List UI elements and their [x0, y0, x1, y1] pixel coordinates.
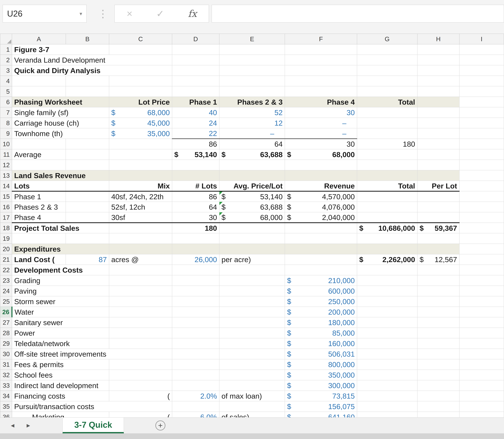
- cell-A22[interactable]: Development Costs: [12, 265, 109, 275]
- cell[interactable]: [357, 401, 417, 412]
- cell-G18[interactable]: $10,686,000: [357, 223, 417, 233]
- cell[interactable]: [12, 233, 66, 244]
- cell[interactable]: [417, 401, 459, 412]
- row-header-26[interactable]: 26: [0, 307, 12, 317]
- cell[interactable]: [66, 76, 109, 86]
- cell[interactable]: [109, 223, 172, 233]
- cell[interactable]: [357, 55, 417, 65]
- cell-F30[interactable]: $506,031: [285, 349, 357, 359]
- horizontal-scrollbar-track[interactable]: [0, 433, 504, 439]
- cell-A6[interactable]: Phasing Worksheet: [12, 97, 109, 107]
- cell-F14[interactable]: Revenue: [285, 181, 357, 191]
- cell-A30[interactable]: Off-site street improvements: [12, 349, 172, 359]
- cell[interactable]: [417, 65, 459, 76]
- cell-F7[interactable]: 30: [285, 107, 357, 118]
- cell-D18[interactable]: 180: [172, 223, 219, 233]
- cell[interactable]: [172, 349, 219, 359]
- cell[interactable]: [109, 160, 172, 170]
- cell[interactable]: [357, 275, 417, 286]
- cancel-icon[interactable]: ×: [127, 9, 132, 19]
- cell[interactable]: [285, 55, 357, 65]
- row-header-15[interactable]: 15: [0, 191, 12, 202]
- row-header-35[interactable]: 35: [0, 401, 12, 412]
- cell-D16[interactable]: 64: [172, 202, 219, 212]
- cell-E17[interactable]: $68,000: [219, 212, 285, 223]
- cell[interactable]: [66, 212, 109, 223]
- cell[interactable]: [417, 391, 459, 401]
- cell[interactable]: [459, 149, 504, 160]
- cell[interactable]: [66, 233, 109, 244]
- cell-F31[interactable]: $800,000: [285, 359, 357, 370]
- cell-D34[interactable]: 2.0%: [172, 391, 219, 401]
- cell-F26[interactable]: $200,000: [285, 307, 357, 317]
- cell[interactable]: [172, 359, 219, 370]
- cell[interactable]: [459, 286, 504, 296]
- cell[interactable]: [285, 65, 357, 76]
- row-header-31[interactable]: 31: [0, 359, 12, 370]
- row-header-12[interactable]: 12: [0, 160, 12, 170]
- cell-C8[interactable]: $45,000: [109, 118, 172, 128]
- cell-G14[interactable]: Total: [357, 181, 417, 191]
- cell[interactable]: [172, 65, 219, 76]
- cell[interactable]: [109, 338, 172, 349]
- cell[interactable]: [285, 244, 357, 254]
- cell[interactable]: [357, 349, 417, 359]
- cell-F11[interactable]: $68,000: [285, 149, 357, 160]
- row-header-34[interactable]: 34: [0, 391, 12, 401]
- cell-F25[interactable]: $250,000: [285, 296, 357, 307]
- cell[interactable]: [459, 317, 504, 328]
- cell[interactable]: [417, 233, 459, 244]
- cell[interactable]: [459, 349, 504, 359]
- cell[interactable]: [357, 118, 417, 128]
- cell[interactable]: [285, 254, 357, 265]
- cell-F23[interactable]: $210,000: [285, 275, 357, 286]
- row-header-9[interactable]: 9: [0, 128, 12, 139]
- cell[interactable]: [66, 139, 109, 149]
- cell[interactable]: [357, 233, 417, 244]
- row-header-28[interactable]: 28: [0, 328, 12, 338]
- row-header-29[interactable]: 29: [0, 338, 12, 349]
- cell[interactable]: [357, 286, 417, 296]
- cell[interactable]: [417, 149, 459, 160]
- cell-A20[interactable]: Expenditures: [12, 244, 109, 254]
- cell-E34[interactable]: of max loan): [219, 391, 285, 401]
- cell[interactable]: [109, 233, 172, 244]
- cell-A11[interactable]: Average: [12, 149, 66, 160]
- column-header-G[interactable]: G: [357, 34, 417, 44]
- cell[interactable]: [219, 317, 285, 328]
- cell-F17[interactable]: $2,040,000: [285, 212, 357, 223]
- cell[interactable]: [417, 359, 459, 370]
- cell-D14[interactable]: # Lots: [172, 181, 219, 191]
- cell[interactable]: [357, 44, 417, 55]
- cell[interactable]: [459, 191, 504, 202]
- cell-A18[interactable]: Project Total Sales: [12, 223, 109, 233]
- cell-E8[interactable]: 12: [219, 118, 285, 128]
- cell[interactable]: [109, 286, 172, 296]
- cell-H21[interactable]: $12,567: [417, 254, 459, 265]
- cell-A13[interactable]: Land Sales Revenue: [12, 170, 109, 181]
- cell[interactable]: [357, 244, 417, 254]
- cell-A7[interactable]: Single family (sf): [12, 107, 109, 118]
- row-header-7[interactable]: 7: [0, 107, 12, 118]
- cell[interactable]: [109, 170, 172, 181]
- cell[interactable]: [417, 328, 459, 338]
- cell-E15[interactable]: $53,140: [219, 191, 285, 202]
- cell[interactable]: [219, 55, 285, 65]
- cell[interactable]: [219, 170, 285, 181]
- column-header-F[interactable]: F: [285, 34, 357, 44]
- cell[interactable]: [66, 160, 109, 170]
- row-header-23[interactable]: 23: [0, 275, 12, 286]
- cell-A31[interactable]: Fees & permits: [12, 359, 109, 370]
- cell[interactable]: [109, 86, 172, 97]
- cell[interactable]: [66, 191, 109, 202]
- cell[interactable]: [172, 317, 219, 328]
- cell[interactable]: [285, 265, 357, 275]
- row-header-3[interactable]: 3: [0, 65, 12, 76]
- cell[interactable]: [12, 86, 66, 97]
- cell[interactable]: [66, 86, 109, 97]
- cell-F10[interactable]: 30: [285, 139, 357, 149]
- cell[interactable]: [459, 65, 504, 76]
- cell[interactable]: [219, 86, 285, 97]
- cell[interactable]: [459, 97, 504, 107]
- cell-A8[interactable]: Carriage house (ch): [12, 118, 109, 128]
